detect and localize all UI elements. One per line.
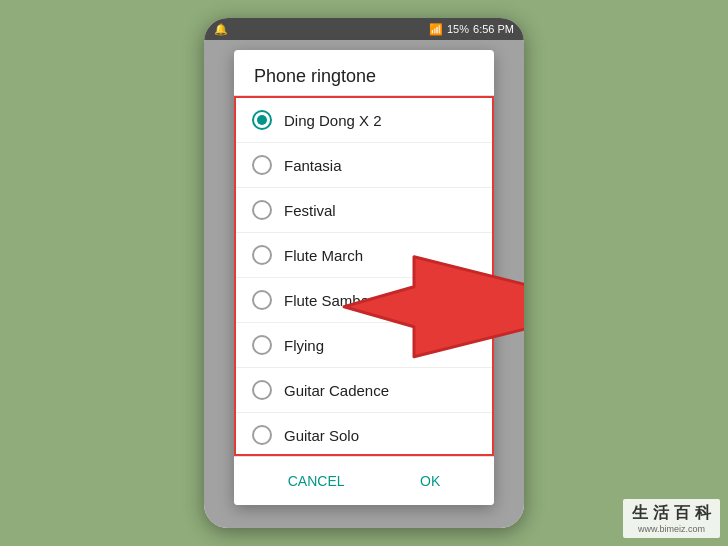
status-bar: 🔔 📶 15% 6:56 PM	[204, 18, 524, 40]
radio-button[interactable]	[252, 290, 272, 310]
radio-button[interactable]	[252, 110, 272, 130]
item-label: Flute March	[284, 247, 363, 264]
status-left: 🔔	[214, 23, 228, 36]
phone-body: Phone ringtone Ding Dong X 2FantasiaFest…	[204, 40, 524, 528]
list-item[interactable]: Fantasia	[236, 143, 492, 188]
item-label: Ding Dong X 2	[284, 112, 382, 129]
ringtone-dialog: Phone ringtone Ding Dong X 2FantasiaFest…	[234, 50, 494, 505]
item-label: Guitar Cadence	[284, 382, 389, 399]
list-item[interactable]: Flute March	[236, 233, 492, 278]
list-item[interactable]: Flying	[236, 323, 492, 368]
radio-button[interactable]	[252, 380, 272, 400]
time-text: 6:56 PM	[473, 23, 514, 35]
item-label: Festival	[284, 202, 336, 219]
item-label: Guitar Solo	[284, 427, 359, 444]
notification-icon: 🔔	[214, 23, 228, 36]
dialog-title: Phone ringtone	[234, 50, 494, 96]
cancel-button[interactable]: Cancel	[264, 465, 369, 497]
status-right: 📶 15% 6:56 PM	[429, 23, 514, 36]
item-label: Flute Samba	[284, 292, 369, 309]
phone-frame: 🔔 📶 15% 6:56 PM Phone ringtone Ding Dong…	[204, 18, 524, 528]
radio-button[interactable]	[252, 335, 272, 355]
radio-button[interactable]	[252, 200, 272, 220]
list-item[interactable]: Flute Samba	[236, 278, 492, 323]
wm-char-3: 百	[673, 503, 691, 524]
dialog-overlay: Phone ringtone Ding Dong X 2FantasiaFest…	[204, 40, 524, 528]
ok-button[interactable]: OK	[396, 465, 464, 497]
list-item[interactable]: Festival	[236, 188, 492, 233]
ringtone-list: Ding Dong X 2FantasiaFestivalFlute March…	[234, 96, 494, 456]
radio-button[interactable]	[252, 245, 272, 265]
dialog-actions: Cancel OK	[234, 456, 494, 505]
signal-icon: 📶	[429, 23, 443, 36]
watermark: 生 活 百 科 www.bimeiz.com	[623, 499, 720, 538]
wm-char-4: 科	[694, 503, 712, 524]
list-item[interactable]: Ding Dong X 2	[236, 98, 492, 143]
wm-char-1: 生	[631, 503, 649, 524]
list-item[interactable]: Guitar Solo	[236, 413, 492, 456]
radio-button[interactable]	[252, 425, 272, 445]
item-label: Flying	[284, 337, 324, 354]
item-label: Fantasia	[284, 157, 342, 174]
list-item[interactable]: Guitar Cadence	[236, 368, 492, 413]
watermark-title: 生 活 百 科	[631, 503, 712, 524]
watermark-url: www.bimeiz.com	[631, 524, 712, 534]
battery-text: 15%	[447, 23, 469, 35]
radio-button[interactable]	[252, 155, 272, 175]
wm-char-2: 活	[652, 503, 670, 524]
